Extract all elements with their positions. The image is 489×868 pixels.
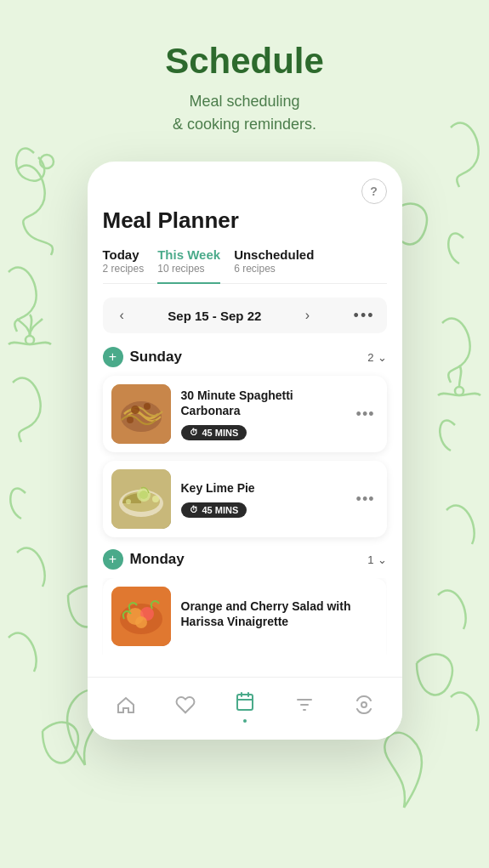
sunday-count-badge[interactable]: 2 ⌄ [367, 351, 386, 364]
tab-today[interactable]: Today 2 recipes [103, 247, 158, 283]
plus-icon: + [109, 350, 117, 364]
week-nav: ‹ Sep 15 - Sep 22 › ••• [103, 298, 387, 333]
keylime-time-badge: ⏱ 45 MINS [181, 502, 247, 518]
monday-header: + Monday 1 ⌄ [103, 549, 387, 570]
app-card: ? Meal Planner Today 2 recipes This Week… [88, 162, 402, 740]
tab-this-week[interactable]: This Week 10 recipes [157, 247, 234, 283]
spaghetti-more-button[interactable]: ••• [353, 402, 378, 427]
help-icon: ? [370, 184, 378, 198]
nav-home[interactable] [109, 691, 143, 723]
keylime-name: Key Lime Pie [181, 480, 343, 496]
svg-rect-20 [237, 695, 253, 710]
plus-icon-2: + [109, 553, 117, 566]
scan-icon [354, 695, 374, 720]
spaghetti-name: 30 Minute Spaghetti Carbonara [181, 388, 343, 418]
svg-point-5 [131, 406, 139, 414]
nav-favorites[interactable] [168, 691, 202, 723]
salad-name: Orange and Cherry Salad with Harissa Vin… [181, 599, 378, 629]
recipe-keylime: Key Lime Pie ⏱ 45 MINS ••• [103, 461, 387, 537]
tabs-row: Today 2 recipes This Week 10 recipes Uns… [103, 247, 387, 284]
clock-icon: ⏱ [190, 428, 198, 437]
monday-label: Monday [130, 551, 185, 568]
filter-icon [294, 695, 315, 720]
hero-subtitle: Meal scheduling & cooking reminders. [173, 90, 316, 136]
spaghetti-info: 30 Minute Spaghetti Carbonara ⏱ 45 MINS [181, 388, 343, 440]
sunday-header: + Sunday 2 ⌄ [103, 347, 387, 367]
sunday-label: Sunday [130, 349, 182, 366]
calendar-icon [235, 691, 255, 717]
recipe-spaghetti: 30 Minute Spaghetti Carbonara ⏱ 45 MINS … [103, 376, 387, 452]
chevron-down-icon: ⌄ [378, 351, 387, 364]
week-label: Sep 15 - Sep 22 [168, 309, 261, 323]
bottom-nav [88, 677, 402, 740]
keylime-more-button[interactable]: ••• [353, 487, 378, 512]
next-week-button[interactable]: › [300, 306, 315, 325]
svg-point-7 [127, 417, 134, 423]
nav-filters[interactable] [287, 691, 321, 723]
nav-calendar[interactable] [228, 688, 262, 726]
chevron-down-icon-2: ⌄ [378, 553, 387, 566]
svg-point-27 [361, 702, 367, 707]
monday-section: + Monday 1 ⌄ [103, 549, 387, 655]
svg-point-19 [135, 616, 147, 628]
svg-point-12 [139, 491, 148, 499]
heart-icon [175, 695, 196, 720]
help-button[interactable]: ? [361, 179, 387, 204]
active-indicator [243, 719, 247, 723]
page-title: Schedule [165, 41, 324, 82]
add-monday-button[interactable]: + [103, 549, 123, 570]
keylime-thumbnail [111, 469, 171, 529]
clock-icon-2: ⏱ [190, 505, 198, 514]
meal-planner-title: Meal Planner [103, 207, 387, 234]
monday-count-badge[interactable]: 1 ⌄ [367, 553, 386, 566]
sunday-section: + Sunday 2 ⌄ [103, 347, 387, 537]
home-icon [116, 695, 136, 720]
svg-point-13 [152, 496, 159, 502]
recipe-salad: Orange and Cherry Salad with Harissa Vin… [103, 578, 387, 655]
keylime-info: Key Lime Pie ⏱ 45 MINS [181, 480, 343, 518]
svg-point-6 [144, 403, 151, 410]
prev-week-button[interactable]: ‹ [115, 306, 129, 325]
salad-info: Orange and Cherry Salad with Harissa Vin… [181, 599, 378, 634]
tab-unscheduled[interactable]: Unscheduled 6 recipes [234, 247, 327, 283]
add-sunday-button[interactable]: + [103, 347, 123, 367]
more-icon: ••• [354, 307, 375, 324]
spaghetti-time-badge: ⏱ 45 MINS [181, 425, 247, 440]
svg-point-14 [126, 499, 131, 504]
nav-scan[interactable] [347, 691, 381, 723]
salad-thumbnail [111, 587, 171, 646]
week-more-button[interactable]: ••• [354, 307, 375, 325]
spaghetti-thumbnail [111, 384, 171, 444]
